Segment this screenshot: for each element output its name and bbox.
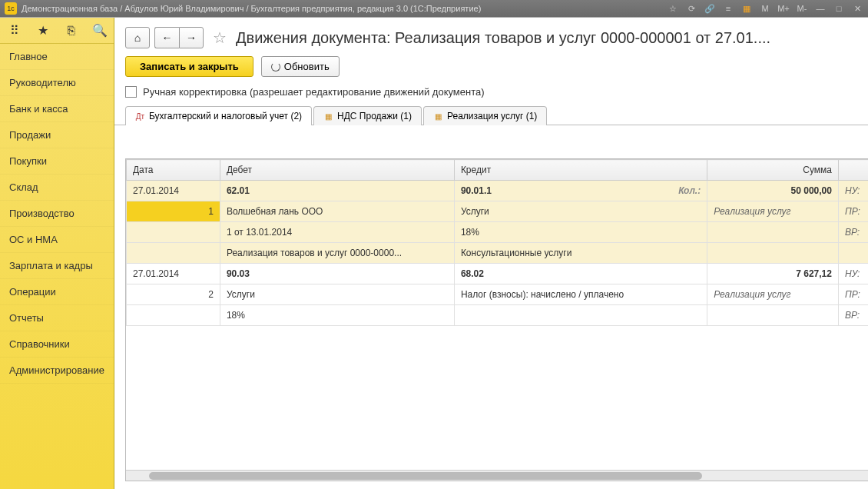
manual-edit-label: Ручная корректировка (разрешает редактир…: [143, 86, 485, 98]
sidebar-item[interactable]: Администрирование: [0, 358, 114, 384]
sidebar-item[interactable]: Покупки: [0, 148, 114, 175]
search-icon[interactable]: 🔍: [85, 18, 114, 43]
page-title: Движения документа: Реализация товаров и…: [236, 29, 868, 47]
sidebar: ⠿ ★ ⎘ 🔍 ГлавноеРуководителюБанк и кассаП…: [0, 18, 114, 489]
table-row[interactable]: 18%ВР:: [126, 305, 868, 326]
horizontal-scrollbar[interactable]: [126, 470, 868, 481]
sidebar-item[interactable]: ОС и НМА: [0, 227, 114, 253]
col-debit[interactable]: Дебет: [220, 160, 454, 181]
table-row[interactable]: 2УслугиНалог (взносы): начислено / уплач…: [126, 284, 868, 305]
col-credit[interactable]: Кредит: [454, 160, 707, 181]
register-icon: ▦: [323, 111, 333, 121]
sidebar-item[interactable]: Банк и касса: [0, 96, 114, 122]
col-date[interactable]: Дата: [126, 160, 220, 181]
table-row[interactable]: 1Волшебная лань ОООУслугиРеализация услу…: [126, 201, 868, 222]
col-empty[interactable]: [838, 160, 868, 181]
table-row[interactable]: 27.01.201462.0190.01.1Кол.:50 000,00НУ:: [126, 181, 868, 201]
tab[interactable]: ДтБухгалтерский и налоговый учет (2): [125, 106, 312, 125]
save-close-button[interactable]: Записать и закрыть: [125, 56, 253, 77]
table-row[interactable]: Реализация товаров и услуг 0000-0000...К…: [126, 243, 868, 264]
favorite-star-icon[interactable]: ☆: [208, 28, 231, 47]
home-button[interactable]: ⌂: [125, 27, 150, 48]
tool-icon[interactable]: M: [759, 2, 771, 15]
minimize-icon[interactable]: —: [814, 2, 827, 15]
movements-table: Дата Дебет Кредит Сумма Сумм 27.01.20146…: [125, 158, 868, 481]
close-icon[interactable]: ✕: [851, 2, 863, 15]
sidebar-item[interactable]: Производство: [0, 201, 114, 227]
calendar-icon[interactable]: ▦: [740, 2, 753, 15]
col-sum[interactable]: Сумма: [707, 160, 839, 181]
tool-icon[interactable]: M+: [777, 2, 790, 15]
scrollbar-thumb[interactable]: [149, 472, 702, 480]
tab-label: НДС Продажи (1): [337, 111, 412, 121]
window-title: Демонстрационная база / Абдулов Юрий Вла…: [22, 4, 667, 13]
tool-icon[interactable]: ≡: [722, 2, 734, 15]
tool-icon[interactable]: 🔗: [704, 2, 716, 15]
tool-icon[interactable]: ☆: [667, 2, 679, 15]
sidebar-item[interactable]: Зарплата и кадры: [0, 253, 114, 279]
sidebar-item[interactable]: Склад: [0, 175, 114, 201]
main-panel: ⌂ ← → ☆ Движения документа: Реализация т…: [114, 18, 868, 489]
table-row[interactable]: 27.01.201490.0368.027 627,12НУ:: [126, 264, 868, 284]
titlebar-tools: ☆ ⟳ 🔗 ≡ ▦ M M+ M- — □ ✕: [667, 2, 863, 15]
tab-label: Бухгалтерский и налоговый учет (2): [149, 111, 302, 121]
sections-icon[interactable]: ⠿: [0, 18, 28, 43]
back-button[interactable]: ←: [154, 27, 179, 48]
forward-button[interactable]: →: [179, 27, 204, 48]
table-row[interactable]: 1 от 13.01.201418%ВР:: [126, 222, 868, 243]
refresh-label: Обновить: [284, 61, 330, 72]
app-logo-icon: 1c: [5, 2, 17, 15]
tab[interactable]: ▦НДС Продажи (1): [313, 106, 422, 125]
sidebar-item[interactable]: Продажи: [0, 122, 114, 148]
sidebar-item[interactable]: Операции: [0, 279, 114, 305]
sidebar-top-toolbar: ⠿ ★ ⎘ 🔍: [0, 18, 114, 44]
refresh-button[interactable]: Обновить: [261, 56, 340, 77]
sidebar-item[interactable]: Главное: [0, 44, 114, 70]
sidebar-item[interactable]: Справочники: [0, 331, 114, 358]
sidebar-item[interactable]: Отчеты: [0, 305, 114, 331]
tool-icon[interactable]: M-: [796, 2, 808, 15]
refresh-icon: [271, 62, 280, 72]
history-icon[interactable]: ⎘: [57, 18, 85, 43]
tool-icon[interactable]: ⟳: [685, 2, 697, 15]
maximize-icon[interactable]: □: [833, 2, 845, 15]
tab[interactable]: ▦Реализация услуг (1): [423, 106, 547, 125]
accounting-icon: Дт: [135, 111, 145, 121]
window-titlebar: 1c Демонстрационная база / Абдулов Юрий …: [0, 0, 868, 17]
manual-edit-checkbox[interactable]: [125, 86, 137, 98]
tab-label: Реализация услуг (1): [447, 111, 537, 121]
sidebar-item[interactable]: Руководителю: [0, 70, 114, 96]
favorites-icon[interactable]: ★: [28, 18, 57, 43]
register-icon: ▦: [433, 111, 443, 121]
